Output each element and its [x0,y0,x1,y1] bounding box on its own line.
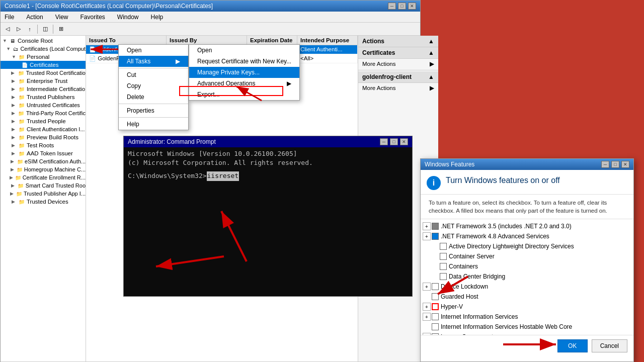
ctx-delete[interactable]: Delete [119,92,188,103]
ctx-open[interactable]: Open [119,45,188,56]
tree-item-aad-token[interactable]: ▶ 📁 AAD Token Issuer [1,149,86,157]
tree-item-test-roots[interactable]: ▶ 📁 Test Roots [1,141,86,149]
ctx-properties[interactable]: Properties [119,105,188,116]
tree-item-preview-build[interactable]: ▶ 📁 Preview Build Roots [1,133,86,141]
up-button[interactable]: ↑ [25,24,35,34]
wf-item-net48[interactable]: + .NET Framework 4.8 Advanced Services [421,231,633,241]
wf-checkbox-ad[interactable] [440,243,447,250]
submenu-manage-private-keys[interactable]: Manage Private Keys... [189,67,299,78]
tree-item-console-root[interactable]: ▼ 🖥 Console Root [1,37,86,45]
folder-icon: 📁 [18,118,26,125]
close-button[interactable]: ✕ [408,3,416,10]
tree-item-trusted-people[interactable]: ▶ 📁 Trusted People [1,117,86,125]
certs-collapse-icon[interactable]: ▲ [428,49,434,56]
wf-item-net35[interactable]: + .NET Framework 3.5 (includes .NET 2.0 … [421,221,633,231]
wf-checkbox-iis[interactable] [432,313,439,320]
forward-button[interactable]: ▷ [14,24,24,34]
menu-window[interactable]: Window [115,13,141,22]
ctx-submenu-arrow: ▶ [176,58,180,65]
submenu-advanced-ops[interactable]: Advanced Operations ▶ [189,78,299,89]
submenu-open[interactable]: Open [189,45,299,56]
wf-expand-hyperv[interactable]: + [423,303,431,311]
menu-action[interactable]: Action [24,13,45,22]
submenu-request-cert[interactable]: Request Certificate with New Key... [189,56,299,67]
wf-checkbox-containers[interactable] [440,263,447,270]
wf-checkbox-gh[interactable] [432,293,439,300]
tree-item-certificates-local[interactable]: ▼ 🗂 Certificates (Local Comput [1,45,86,53]
tree-item-trusted-pub-app[interactable]: ▶ 📁 Trusted Publisher App I... [1,190,86,198]
wf-label-ad: Active Directory Lightweight Directory S… [449,243,574,250]
tree-item-cert-enroll[interactable]: ▶ 📁 Certificate Enrollment R... [1,173,86,182]
menu-favorites[interactable]: Favorites [78,13,107,22]
ctx-help[interactable]: Help [119,119,188,130]
wf-item-dcb[interactable]: Data Center Bridging [421,272,633,282]
wf-expand-legacy[interactable]: + [423,333,431,335]
ctx-all-tasks[interactable]: All Tasks ▶ [119,56,188,67]
menu-help[interactable]: Help [149,13,166,22]
wf-item-ad[interactable]: Active Directory Lightweight Directory S… [421,241,633,251]
wf-checkbox-dcb[interactable] [440,273,447,280]
wf-label-hwc: Internet Information Services Hostable W… [441,323,572,330]
tree-item-trusted-root[interactable]: ▶ 📁 Trusted Root Certificatio [1,69,86,77]
wf-checkbox-legacy[interactable] [432,333,439,335]
wf-expand-net48[interactable]: + [423,232,431,240]
cancel-button[interactable]: Cancel [592,339,627,352]
new-window-button[interactable]: ⊞ [56,24,66,34]
col-header-intended[interactable]: Intended Purpose [297,36,358,45]
wf-checkbox-net48[interactable] [432,233,439,240]
tree-item-untrusted[interactable]: ▶ 📁 Untrusted Certificates [1,101,86,109]
ctx-copy[interactable]: Copy [119,80,188,92]
wf-maximize[interactable]: □ [611,161,619,168]
wf-checkbox-cs[interactable] [440,253,447,260]
cmd-maximize[interactable]: □ [390,138,398,145]
actions-more-1[interactable]: More Actions ▶ [358,59,438,69]
cmd-close[interactable]: ✕ [400,138,408,145]
col-header-issued-by[interactable]: Issued By [167,36,247,45]
tree-item-esim[interactable]: ▶ 📁 eSIM Certification Auth... [1,157,86,165]
tree-item-personal[interactable]: ▼ 📁 Personal [1,53,86,61]
tree-item-trusted-publishers[interactable]: ▶ 📁 Trusted Publishers [1,93,86,101]
expand-arrow: ▼ [6,46,12,51]
ok-button[interactable]: OK [557,339,588,352]
submenu-export[interactable]: Export... [189,89,299,100]
col-header-issued-to[interactable]: Issued To [86,36,167,45]
tree-item-trusted-devices[interactable]: ▶ 📁 Trusted Devices [1,198,86,206]
tree-item-enterprise-trust[interactable]: ▶ 📁 Enterprise Trust [1,77,86,85]
wf-close[interactable]: ✕ [621,161,629,168]
wf-item-device-lockdown[interactable]: + Device Lockdown [421,282,633,292]
tree-item-third-party[interactable]: ▶ 📁 Third-Party Root Certific [1,109,86,117]
wf-item-guarded-host[interactable]: Guarded Host [421,292,633,302]
ctx-sep-1 [119,68,188,68]
tree-item-certificates[interactable]: 📄 Certificates [1,61,86,69]
wf-checkbox-hyperv[interactable] [432,303,439,310]
wf-checkbox-net35[interactable] [432,223,439,230]
show-hide-button[interactable]: ◫ [40,24,50,34]
tree-item-homegroup[interactable]: ▶ 📁 Homegroup Machine C... [1,165,86,173]
tree-item-smart-card[interactable]: ▶ 📁 Smart Card Trusted Roo [1,182,86,190]
menu-view[interactable]: View [53,13,70,22]
goldenfrog-collapse-icon[interactable]: ▲ [428,73,434,80]
wf-expand-dl[interactable]: + [423,283,431,291]
wf-item-container-server[interactable]: Container Server [421,251,633,261]
minimize-button[interactable]: ─ [388,3,396,10]
back-button[interactable]: ◁ [3,24,13,34]
col-header-expiration[interactable]: Expiration Date [247,36,297,45]
wf-checkbox-hwc[interactable] [432,323,439,330]
wf-item-iis[interactable]: + Internet Information Services [421,312,633,322]
wf-expand-net35[interactable]: + [423,222,431,230]
cmd-minimize[interactable]: ─ [380,138,388,145]
actions-collapse-icon[interactable]: ▲ [428,38,434,45]
tree-label: Enterprise Trust [27,78,67,84]
menu-file[interactable]: File [3,13,16,22]
actions-more-2[interactable]: More Actions ▶ [358,83,438,93]
wf-minimize[interactable]: ─ [601,161,609,168]
tree-item-client-auth[interactable]: ▶ 📁 Client Authentication I... [1,125,86,133]
wf-item-hyperv[interactable]: + Hyper-V [421,302,633,312]
tree-item-intermediate[interactable]: ▶ 📁 Intermediate Certificatio [1,85,86,93]
wf-checkbox-dl[interactable] [432,283,439,290]
ctx-cut[interactable]: Cut [119,69,188,80]
wf-item-iis-hwc[interactable]: Internet Information Services Hostable W… [421,322,633,332]
wf-item-containers[interactable]: Containers [421,261,633,272]
maximize-button[interactable]: □ [398,3,406,10]
wf-expand-iis[interactable]: + [423,313,431,321]
